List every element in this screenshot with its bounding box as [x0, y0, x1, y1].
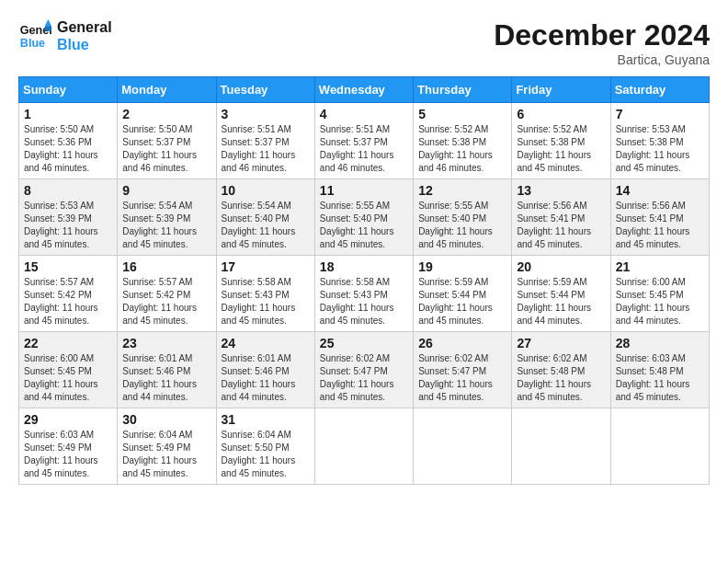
day-number: 5 [418, 107, 506, 121]
day-number: 25 [320, 336, 408, 350]
day-info: Sunrise: 5:58 AM Sunset: 5:43 PM Dayligh… [222, 276, 310, 327]
day-cell-4: 4Sunrise: 5:51 AM Sunset: 5:37 PM Daylig… [314, 103, 413, 179]
day-info: Sunrise: 5:51 AM Sunset: 5:37 PM Dayligh… [222, 123, 310, 175]
day-number: 2 [122, 107, 210, 121]
day-cell-23: 23Sunrise: 6:01 AM Sunset: 5:46 PM Dayli… [118, 332, 216, 408]
day-number: 21 [616, 259, 704, 274]
day-number: 6 [517, 107, 605, 121]
calendar-row-week-2: 8Sunrise: 5:53 AM Sunset: 5:39 PM Daylig… [19, 179, 710, 256]
day-info: Sunrise: 5:57 AM Sunset: 5:42 PM Dayligh… [24, 276, 112, 327]
day-info: Sunrise: 6:02 AM Sunset: 5:48 PM Dayligh… [517, 352, 605, 404]
day-number: 16 [122, 259, 210, 274]
day-number: 4 [320, 107, 408, 121]
day-number: 15 [24, 259, 112, 274]
day-cell-6: 6Sunrise: 5:52 AM Sunset: 5:38 PM Daylig… [512, 103, 610, 179]
header-saturday: Saturday [610, 77, 709, 103]
day-number: 24 [222, 336, 310, 350]
day-cell-16: 16Sunrise: 5:57 AM Sunset: 5:42 PM Dayli… [118, 256, 216, 332]
calendar-table: SundayMondayTuesdayWednesdayThursdayFrid… [18, 76, 710, 485]
svg-marker-2 [45, 19, 51, 26]
header-sunday: Sunday [19, 77, 118, 103]
empty-cell [512, 408, 610, 485]
day-cell-28: 28Sunrise: 6:03 AM Sunset: 5:48 PM Dayli… [610, 332, 709, 408]
header-friday: Friday [512, 77, 610, 103]
day-info: Sunrise: 5:52 AM Sunset: 5:38 PM Dayligh… [517, 123, 605, 175]
day-number: 3 [222, 107, 310, 121]
day-number: 12 [418, 183, 506, 198]
day-info: Sunrise: 5:54 AM Sunset: 5:39 PM Dayligh… [122, 200, 210, 251]
day-cell-2: 2Sunrise: 5:50 AM Sunset: 5:37 PM Daylig… [118, 103, 216, 179]
day-info: Sunrise: 5:50 AM Sunset: 5:36 PM Dayligh… [24, 123, 112, 175]
day-number: 14 [616, 183, 704, 198]
day-info: Sunrise: 5:52 AM Sunset: 5:38 PM Dayligh… [418, 123, 506, 175]
header-monday: Monday [118, 77, 216, 103]
day-cell-12: 12Sunrise: 5:55 AM Sunset: 5:40 PM Dayli… [414, 179, 512, 256]
day-cell-24: 24Sunrise: 6:01 AM Sunset: 5:46 PM Dayli… [216, 332, 314, 408]
day-cell-22: 22Sunrise: 6:00 AM Sunset: 5:45 PM Dayli… [19, 332, 118, 408]
day-cell-8: 8Sunrise: 5:53 AM Sunset: 5:39 PM Daylig… [19, 179, 118, 256]
day-info: Sunrise: 6:01 AM Sunset: 5:46 PM Dayligh… [222, 352, 310, 404]
day-cell-13: 13Sunrise: 5:56 AM Sunset: 5:41 PM Dayli… [512, 179, 610, 256]
page-header: General Blue General Blue December 2024 … [18, 18, 710, 67]
day-cell-5: 5Sunrise: 5:52 AM Sunset: 5:38 PM Daylig… [414, 103, 512, 179]
day-cell-19: 19Sunrise: 5:59 AM Sunset: 5:44 PM Dayli… [414, 256, 512, 332]
day-info: Sunrise: 5:53 AM Sunset: 5:39 PM Dayligh… [24, 200, 112, 251]
day-number: 31 [222, 412, 310, 427]
empty-cell [414, 408, 512, 485]
day-info: Sunrise: 6:02 AM Sunset: 5:47 PM Dayligh… [418, 352, 506, 404]
day-info: Sunrise: 6:02 AM Sunset: 5:47 PM Dayligh… [320, 352, 408, 404]
day-cell-10: 10Sunrise: 5:54 AM Sunset: 5:40 PM Dayli… [216, 179, 314, 256]
day-cell-7: 7Sunrise: 5:53 AM Sunset: 5:38 PM Daylig… [610, 103, 709, 179]
day-cell-15: 15Sunrise: 5:57 AM Sunset: 5:42 PM Dayli… [19, 256, 118, 332]
empty-cell [610, 408, 709, 485]
day-number: 1 [24, 107, 112, 121]
day-number: 26 [418, 336, 506, 350]
svg-marker-3 [45, 26, 51, 30]
day-cell-18: 18Sunrise: 5:58 AM Sunset: 5:43 PM Dayli… [314, 256, 413, 332]
day-info: Sunrise: 5:50 AM Sunset: 5:37 PM Dayligh… [122, 123, 210, 175]
calendar-row-week-4: 22Sunrise: 6:00 AM Sunset: 5:45 PM Dayli… [19, 332, 710, 408]
day-cell-20: 20Sunrise: 5:59 AM Sunset: 5:44 PM Dayli… [512, 256, 610, 332]
day-cell-21: 21Sunrise: 6:00 AM Sunset: 5:45 PM Dayli… [610, 256, 709, 332]
day-cell-30: 30Sunrise: 6:04 AM Sunset: 5:49 PM Dayli… [118, 408, 216, 485]
day-info: Sunrise: 6:00 AM Sunset: 5:45 PM Dayligh… [24, 352, 112, 404]
day-cell-11: 11Sunrise: 5:55 AM Sunset: 5:40 PM Dayli… [314, 179, 413, 256]
header-wednesday: Wednesday [314, 77, 413, 103]
day-info: Sunrise: 6:03 AM Sunset: 5:49 PM Dayligh… [24, 429, 112, 480]
day-number: 9 [122, 183, 210, 198]
day-number: 23 [122, 336, 210, 350]
svg-text:Blue: Blue [20, 37, 45, 50]
calendar-header-row: SundayMondayTuesdayWednesdayThursdayFrid… [19, 77, 710, 103]
day-info: Sunrise: 6:04 AM Sunset: 5:49 PM Dayligh… [122, 429, 210, 480]
calendar-row-week-1: 1Sunrise: 5:50 AM Sunset: 5:36 PM Daylig… [19, 103, 710, 179]
day-number: 11 [320, 183, 408, 198]
day-info: Sunrise: 5:59 AM Sunset: 5:44 PM Dayligh… [418, 276, 506, 327]
day-info: Sunrise: 5:55 AM Sunset: 5:40 PM Dayligh… [418, 200, 506, 251]
day-info: Sunrise: 5:58 AM Sunset: 5:43 PM Dayligh… [320, 276, 408, 327]
logo: General Blue General Blue [18, 18, 112, 53]
location: Bartica, Guyana [494, 52, 710, 67]
day-number: 19 [418, 259, 506, 274]
day-info: Sunrise: 5:53 AM Sunset: 5:38 PM Dayligh… [616, 123, 704, 175]
day-number: 27 [517, 336, 605, 350]
day-number: 29 [24, 412, 112, 427]
day-cell-9: 9Sunrise: 5:54 AM Sunset: 5:39 PM Daylig… [118, 179, 216, 256]
day-info: Sunrise: 5:55 AM Sunset: 5:40 PM Dayligh… [320, 200, 408, 251]
day-info: Sunrise: 6:00 AM Sunset: 5:45 PM Dayligh… [616, 276, 704, 327]
day-cell-26: 26Sunrise: 6:02 AM Sunset: 5:47 PM Dayli… [414, 332, 512, 408]
day-cell-1: 1Sunrise: 5:50 AM Sunset: 5:36 PM Daylig… [19, 103, 118, 179]
day-info: Sunrise: 6:03 AM Sunset: 5:48 PM Dayligh… [616, 352, 704, 404]
header-tuesday: Tuesday [216, 77, 314, 103]
logo-blue: Blue [57, 36, 112, 53]
day-number: 28 [616, 336, 704, 350]
day-info: Sunrise: 5:56 AM Sunset: 5:41 PM Dayligh… [517, 200, 605, 251]
title-block: December 2024 Bartica, Guyana [494, 18, 710, 67]
day-number: 8 [24, 183, 112, 198]
day-info: Sunrise: 5:57 AM Sunset: 5:42 PM Dayligh… [122, 276, 210, 327]
month-title: December 2024 [494, 18, 710, 52]
day-info: Sunrise: 5:56 AM Sunset: 5:41 PM Dayligh… [616, 200, 704, 251]
day-number: 10 [222, 183, 310, 198]
day-number: 13 [517, 183, 605, 198]
day-cell-29: 29Sunrise: 6:03 AM Sunset: 5:49 PM Dayli… [19, 408, 118, 485]
day-info: Sunrise: 5:51 AM Sunset: 5:37 PM Dayligh… [320, 123, 408, 175]
